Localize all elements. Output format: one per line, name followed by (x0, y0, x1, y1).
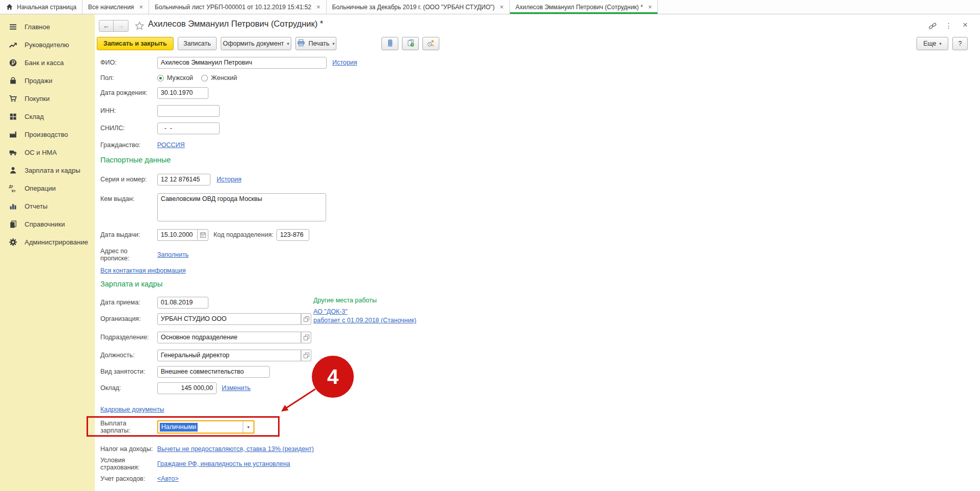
insurance-link[interactable]: Граждане РФ, инвалидность не установлена (157, 460, 290, 467)
payment-method-value: Наличными (158, 421, 243, 433)
issue-document-button[interactable]: Оформить документ ▾ (221, 37, 291, 50)
dept-code-input[interactable] (276, 229, 309, 241)
snils-label: СНИЛС: (100, 125, 157, 132)
tab-close-icon[interactable]: × (139, 4, 143, 10)
sidebar-item-hr[interactable]: Зарплата и кадры (0, 161, 95, 179)
organization-label: Организация: (100, 315, 157, 322)
home-icon (6, 3, 13, 11)
citizenship-link[interactable]: РОССИЯ (157, 141, 185, 149)
snils-input[interactable] (157, 122, 220, 134)
tab-close-icon[interactable]: × (316, 4, 321, 10)
expense-accounting-label: Учет расходов: (100, 475, 157, 482)
documents-history-icon (407, 39, 415, 49)
issue-date-input[interactable] (157, 229, 197, 241)
favorite-star-icon[interactable] (135, 21, 144, 32)
close-icon[interactable]: × (963, 21, 968, 29)
sidebar-item-label: ОС и НМА (25, 149, 57, 156)
change-salary-link[interactable]: Изменить (222, 384, 250, 392)
tab-sick-leave-list[interactable]: Больничные за Декабрь 2019 г. (ООО "УРБА… (327, 0, 510, 14)
help-button[interactable]: ? (952, 37, 968, 50)
passport-section-header: Паспортные данные (100, 156, 171, 164)
grid-icon (9, 112, 17, 121)
save-button[interactable]: Записать (178, 37, 217, 50)
passport-history-link[interactable]: История (217, 176, 241, 183)
back-button[interactable]: ← (99, 20, 114, 32)
tab-accruals[interactable]: Все начисления× (82, 0, 149, 14)
forward-button[interactable]: → (114, 20, 129, 32)
other-job-company-link[interactable]: АО "ДОК-3" (313, 308, 348, 315)
salary-input[interactable] (157, 382, 217, 394)
more-options-icon[interactable]: ⋮ (945, 22, 952, 29)
person-icon (9, 166, 17, 175)
hire-date-input[interactable] (157, 297, 208, 309)
citizenship-label: Гражданство: (100, 141, 157, 149)
fio-history-link[interactable]: История (332, 59, 357, 66)
tab-home[interactable]: Начальная страница (0, 0, 82, 14)
hr-documents-link[interactable]: Кадровые документы (100, 406, 164, 413)
employment-type-input[interactable] (157, 366, 270, 378)
tab-sick-leave-doc[interactable]: Больничный лист УРБП-000001 от 10.12.201… (149, 0, 326, 14)
sidebar-item-assets[interactable]: ОС и НМА (0, 144, 95, 161)
all-contacts-link[interactable]: Вся контактная информация (100, 267, 186, 274)
annotation-circle: 4 (312, 356, 354, 398)
gender-radio-male[interactable]: Мужской (157, 74, 193, 81)
tab-close-icon[interactable]: × (648, 4, 652, 10)
print-button[interactable]: Печать ▾ (295, 37, 336, 50)
tab-employee[interactable]: Ахилесов Эммануил Петрович (Сотрудник) *… (510, 0, 658, 14)
ruble-coin-icon (9, 58, 17, 67)
sidebar-item-admin[interactable]: Администрирование (0, 233, 95, 251)
open-department-icon[interactable] (301, 332, 311, 343)
issued-by-textarea[interactable]: Савеловским ОВД города Москвы (157, 193, 326, 221)
position-input[interactable] (157, 350, 301, 361)
expense-accounting-link[interactable]: <Авто> (157, 475, 179, 482)
journal-button[interactable] (381, 37, 398, 50)
svg-text:Кт: Кт (12, 189, 16, 193)
tab-label: Больничный лист УРБП-000001 от 10.12.201… (155, 4, 311, 11)
sidebar-item-operations[interactable]: ДтКтОперации (0, 179, 95, 197)
department-input[interactable] (157, 332, 301, 343)
passport-series-input[interactable] (157, 174, 210, 186)
trend-icon (9, 40, 17, 49)
inn-input[interactable] (157, 105, 220, 117)
person-time-button[interactable] (422, 37, 439, 50)
sidebar-item-sales[interactable]: Продажи (0, 72, 95, 90)
income-tax-link[interactable]: Вычеты не предоставляются, ставка 13% (р… (157, 445, 314, 453)
sidebar-item-manager[interactable]: Руководителю (0, 36, 95, 54)
sidebar-item-purchases[interactable]: Покупки (0, 90, 95, 108)
sidebar-item-bank[interactable]: Банк и касса (0, 54, 95, 72)
fio-input[interactable] (157, 57, 327, 69)
sidebar-item-production[interactable]: Производство (0, 126, 95, 144)
selected-text: Наличными (160, 423, 198, 432)
organization-input[interactable] (157, 313, 301, 325)
open-position-icon[interactable] (301, 350, 311, 361)
gender-radio-female[interactable]: Женский (201, 74, 237, 81)
employment-section-header: Зарплата и кадры (100, 280, 162, 288)
birth-date-input[interactable] (157, 87, 208, 99)
sidebar-item-main[interactable]: Главное (0, 18, 95, 36)
other-job-period-link[interactable]: работает с 01.09.2018 (Станочник) (313, 317, 416, 324)
tab-label: Все начисления (88, 4, 134, 11)
documents-history-button[interactable] (402, 37, 419, 50)
payment-method-dropdown[interactable]: Наличными ▾ (157, 420, 254, 434)
open-organization-icon[interactable] (301, 313, 311, 325)
fill-address-link[interactable]: Заполнить (157, 251, 188, 258)
dropdown-arrow-icon[interactable]: ▾ (243, 421, 253, 433)
tab-close-icon[interactable]: × (500, 4, 504, 10)
position-label: Должность: (100, 352, 157, 359)
person-time-icon (427, 39, 435, 49)
help-label: ? (958, 40, 962, 47)
tab-label: Начальная страница (17, 4, 76, 11)
save-close-button[interactable]: Записать и закрыть (97, 37, 174, 50)
print-label: Печать (308, 40, 329, 47)
more-button[interactable]: Еще ▾ (917, 37, 948, 50)
sidebar-item-directories[interactable]: Справочники (0, 215, 95, 233)
sidebar-item-reports[interactable]: Отчеты (0, 197, 95, 215)
gear-icon (9, 238, 17, 247)
radio-selected-icon (157, 75, 164, 81)
sidebar-item-label: Зарплата и кадры (25, 167, 80, 174)
bag-icon (9, 76, 17, 85)
calendar-icon[interactable] (197, 229, 208, 241)
sidebar-item-label: Банк и касса (25, 59, 64, 67)
link-icon[interactable] (928, 22, 937, 31)
sidebar-item-warehouse[interactable]: Склад (0, 108, 95, 126)
